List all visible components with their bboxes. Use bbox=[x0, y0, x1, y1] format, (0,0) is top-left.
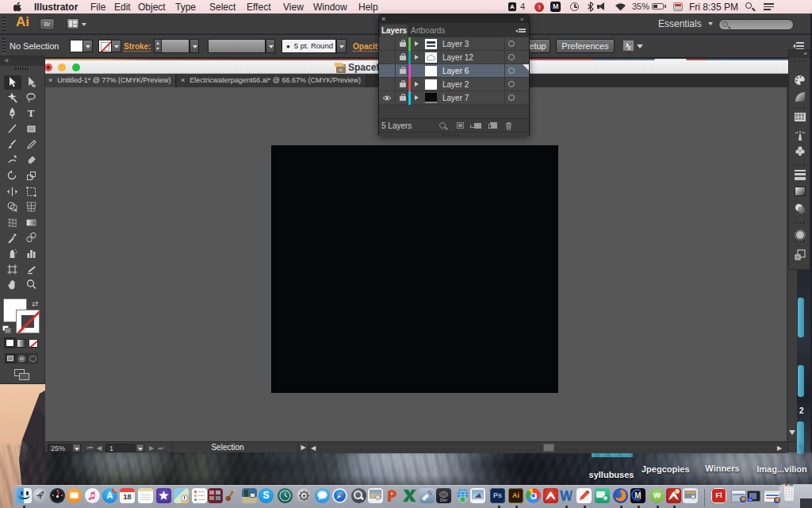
svg-text:T: T bbox=[28, 107, 35, 119]
